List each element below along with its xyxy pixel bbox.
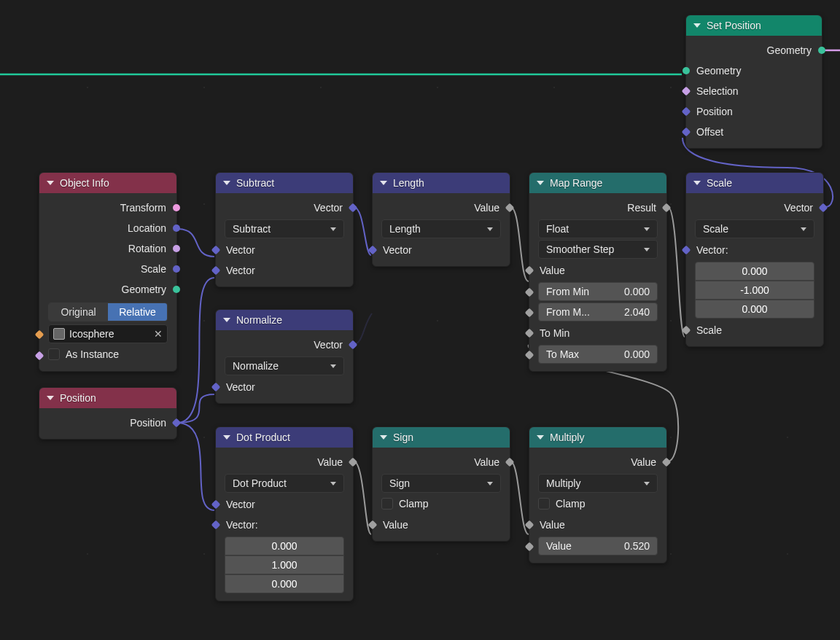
- output-location[interactable]: Location: [39, 218, 176, 238]
- node-title: Dot Product: [236, 432, 290, 443]
- input-selection[interactable]: Selection: [686, 81, 822, 101]
- checkbox[interactable]: [381, 498, 393, 510]
- vector-z-field[interactable]: 0.000: [225, 574, 344, 593]
- node-object-info[interactable]: Object Info Transform Location Rotation …: [39, 172, 177, 372]
- chevron-down-icon: [537, 435, 544, 440]
- from-max-field[interactable]: From M... 2.040: [538, 303, 658, 321]
- socket-geometry[interactable]: [818, 47, 825, 54]
- input-position[interactable]: Position: [686, 101, 822, 122]
- input-vector-a[interactable]: Vector: [216, 240, 353, 260]
- clamp-row[interactable]: Clamp: [538, 494, 658, 513]
- output-vector[interactable]: Vector: [686, 198, 823, 218]
- output-geometry[interactable]: Geometry: [686, 40, 822, 61]
- node-scale[interactable]: Scale Vector Scale Vector: 0.000 -1.000 …: [685, 172, 824, 347]
- clamp-row[interactable]: Clamp: [381, 494, 501, 513]
- output-position[interactable]: Position: [39, 413, 176, 433]
- vector-z-field[interactable]: 0.000: [695, 300, 814, 319]
- node-header[interactable]: Sign: [373, 427, 510, 448]
- output-rotation[interactable]: Rotation: [39, 238, 176, 259]
- input-offset[interactable]: Offset: [686, 122, 822, 142]
- input-scale[interactable]: Scale: [686, 320, 823, 340]
- from-min-field[interactable]: From Min 0.000: [538, 282, 658, 301]
- vector-y-field[interactable]: -1.000: [695, 281, 814, 300]
- node-title: Subtract: [236, 177, 274, 189]
- input-vector-b-label: Vector:: [216, 515, 353, 535]
- socket-geometry[interactable]: [682, 67, 690, 74]
- node-header[interactable]: Dot Product: [216, 427, 353, 448]
- node-header[interactable]: Normalize: [216, 310, 353, 330]
- node-header[interactable]: Scale: [686, 173, 823, 193]
- node-length[interactable]: Length Value Length Vector: [372, 172, 510, 267]
- node-dot-product[interactable]: Dot Product Value Dot Product Vector Vec…: [215, 426, 354, 601]
- node-map-range[interactable]: Map Range Result Float Smoother Step Val…: [529, 172, 667, 372]
- node-header[interactable]: Length: [373, 173, 510, 193]
- node-header[interactable]: Subtract: [216, 173, 353, 193]
- node-header[interactable]: Object Info: [39, 173, 176, 193]
- operation-dropdown[interactable]: Sign: [381, 474, 501, 493]
- value-b-field[interactable]: Value 0.520: [538, 536, 658, 555]
- node-subtract[interactable]: Subtract Vector Subtract Vector Vector: [215, 172, 354, 287]
- output-vector[interactable]: Vector: [216, 335, 353, 355]
- operation-dropdown[interactable]: Dot Product: [225, 474, 344, 493]
- socket-vector[interactable]: [173, 265, 180, 273]
- input-value-a[interactable]: Value: [529, 515, 666, 535]
- node-position[interactable]: Position Position: [39, 387, 177, 440]
- vector-x-field[interactable]: 0.000: [695, 262, 814, 281]
- chevron-down-icon: [693, 181, 701, 185]
- output-vector[interactable]: Vector: [216, 198, 353, 218]
- toggle-original[interactable]: Original: [49, 303, 108, 321]
- node-normalize[interactable]: Normalize Vector Normalize Vector: [215, 309, 354, 404]
- vector-x-field[interactable]: 0.000: [225, 536, 344, 555]
- input-vector-label: Vector:: [686, 240, 823, 260]
- output-value[interactable]: Value: [529, 452, 666, 472]
- socket-transform[interactable]: [173, 204, 180, 211]
- node-sign[interactable]: Sign Value Sign Clamp Value: [372, 426, 510, 542]
- input-to-min[interactable]: To Min: [529, 323, 666, 343]
- output-scale[interactable]: Scale: [39, 259, 176, 279]
- checkbox[interactable]: [538, 498, 550, 510]
- chevron-down-icon: [330, 482, 336, 485]
- chevron-down-icon: [330, 364, 336, 368]
- clear-icon[interactable]: ✕: [154, 328, 163, 340]
- output-value[interactable]: Value: [373, 198, 510, 218]
- output-result[interactable]: Result: [529, 198, 666, 218]
- as-instance-row[interactable]: As Instance: [48, 345, 168, 364]
- operation-dropdown[interactable]: Subtract: [225, 219, 344, 238]
- node-multiply[interactable]: Multiply Value Multiply Clamp Value Valu…: [529, 426, 667, 563]
- transform-space-toggle[interactable]: Original Relative: [48, 303, 168, 321]
- input-vector[interactable]: Vector: [216, 377, 353, 397]
- output-value[interactable]: Value: [216, 452, 353, 472]
- socket-vector[interactable]: [173, 225, 180, 232]
- interpolation-dropdown[interactable]: Smoother Step: [538, 240, 658, 259]
- node-header[interactable]: Multiply: [529, 427, 666, 448]
- socket-geometry[interactable]: [173, 286, 180, 293]
- operation-dropdown[interactable]: Multiply: [538, 474, 658, 493]
- checkbox[interactable]: [48, 348, 60, 360]
- output-transform[interactable]: Transform: [39, 198, 176, 218]
- node-header[interactable]: Map Range: [529, 173, 666, 193]
- node-title: Set Position: [707, 20, 761, 31]
- vector-y-field[interactable]: 1.000: [225, 555, 344, 574]
- input-value[interactable]: Value: [373, 515, 510, 535]
- to-max-field[interactable]: To Max 0.000: [538, 345, 658, 364]
- output-value[interactable]: Value: [373, 452, 510, 472]
- output-geometry[interactable]: Geometry: [39, 279, 176, 300]
- operation-dropdown[interactable]: Length: [381, 219, 501, 238]
- input-vector-b[interactable]: Vector: [216, 260, 353, 281]
- node-set-position[interactable]: Set Position Geometry Geometry Selection…: [685, 15, 822, 149]
- data-type-dropdown[interactable]: Float: [538, 219, 658, 238]
- node-header[interactable]: Position: [39, 388, 176, 408]
- operation-dropdown[interactable]: Scale: [695, 219, 814, 238]
- toggle-relative[interactable]: Relative: [108, 303, 167, 321]
- socket-rotation[interactable]: [173, 245, 180, 252]
- chevron-down-icon: [644, 227, 650, 231]
- chevron-down-icon: [537, 181, 544, 185]
- node-header[interactable]: Set Position: [686, 15, 822, 36]
- input-vector-a[interactable]: Vector: [216, 494, 353, 515]
- operation-dropdown[interactable]: Normalize: [225, 356, 344, 375]
- input-geometry[interactable]: Geometry: [686, 61, 822, 81]
- input-vector[interactable]: Vector: [373, 240, 510, 260]
- input-value[interactable]: Value: [529, 260, 666, 281]
- object-picker[interactable]: Icosphere ✕: [48, 324, 168, 343]
- node-title: Multiply: [550, 432, 584, 443]
